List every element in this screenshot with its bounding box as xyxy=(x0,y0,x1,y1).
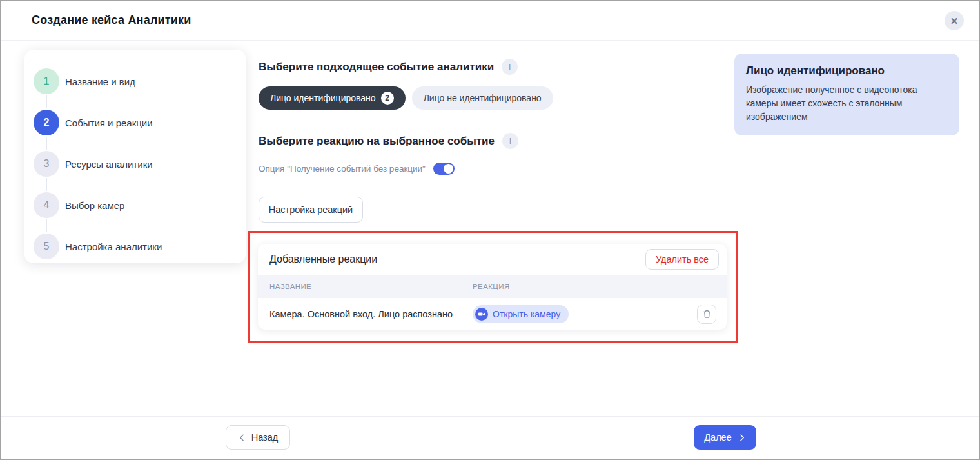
info-icon[interactable]: i xyxy=(502,133,518,149)
no-reaction-toggle[interactable] xyxy=(433,163,455,175)
delete-all-label: Удалить все xyxy=(656,254,709,265)
create-analytics-case-dialog: Создание кейса Аналитики ✕ 1 Название и … xyxy=(0,0,980,460)
next-button-label: Далее xyxy=(704,432,731,443)
stepper-step-camera-selection[interactable]: 4 Выбор камер xyxy=(24,185,246,226)
info-icon-glyph: i xyxy=(509,62,511,72)
step-label: Настройка аналитики xyxy=(65,241,162,252)
reactions-table-header: НАЗВАНИЕ РЕАКЦИЯ xyxy=(258,275,727,298)
stepper-step-analytics-settings[interactable]: 5 Настройка аналитики xyxy=(24,226,246,267)
step-number: 3 xyxy=(34,151,59,177)
annotation-highlight-rectangle: Добавленные реакции Удалить все НАЗВАНИЕ… xyxy=(248,231,738,343)
event-chips: Лицо идентифицировано 2 Лицо не идентифи… xyxy=(259,86,553,110)
close-icon: ✕ xyxy=(950,16,959,26)
no-reaction-option-row: Опция "Получение событий без реакции" xyxy=(259,163,455,175)
toggle-label: Опция "Получение событий без реакции" xyxy=(259,164,426,174)
column-header-name: НАЗВАНИЕ xyxy=(258,283,473,290)
table-row: Камера. Основной вход. Лицо распознано О… xyxy=(258,298,727,330)
back-button-label: Назад xyxy=(251,432,279,443)
step-label: Название и вид xyxy=(65,76,135,87)
chevron-left-icon xyxy=(238,434,246,442)
delete-all-button[interactable]: Удалить все xyxy=(645,249,719,270)
step-number: 5 xyxy=(34,234,59,259)
event-description-text: Изображение полученное с видеопотока кам… xyxy=(746,83,945,124)
info-icon[interactable]: i xyxy=(502,59,518,75)
chip-count-badge: 2 xyxy=(381,92,394,105)
step-label: Выбор камер xyxy=(65,200,124,211)
added-reactions-header: Добавленные реакции Удалить все xyxy=(258,244,727,275)
chip-label: Лицо идентифицировано xyxy=(270,93,376,103)
open-camera-reaction-badge[interactable]: Открыть камеру xyxy=(473,305,569,323)
stepper-step-analytics-resources[interactable]: 3 Ресурсы аналитики xyxy=(24,143,246,185)
step-label: Ресурсы аналитики xyxy=(65,159,153,170)
added-reactions-card: Добавленные реакции Удалить все НАЗВАНИЕ… xyxy=(258,244,727,330)
event-section-title: Выберите подходящее событие аналитики xyxy=(259,61,494,74)
toggle-knob xyxy=(444,164,453,174)
step-number: 4 xyxy=(34,192,59,218)
setup-reactions-button[interactable]: Настройка реакций xyxy=(259,197,363,223)
wizard-stepper: 1 Название и вид 2 События и реакции 3 Р… xyxy=(24,50,246,263)
step-number: 1 xyxy=(34,68,59,94)
chip-face-identified[interactable]: Лицо идентифицировано 2 xyxy=(259,86,406,110)
dialog-footer: Назад Далее xyxy=(1,416,979,459)
dialog-header: Создание кейса Аналитики ✕ xyxy=(1,1,979,41)
stepper-step-events-and-reactions[interactable]: 2 События и реакции xyxy=(24,102,246,143)
chip-face-not-identified[interactable]: Лицо не идентифицировано xyxy=(412,86,553,110)
next-button[interactable]: Далее xyxy=(694,425,756,450)
reaction-section-header: Выберите реакцию на выбранное событие i xyxy=(259,133,518,149)
step-label: События и реакции xyxy=(65,117,153,128)
dialog-title: Создание кейса Аналитики xyxy=(32,14,191,27)
chip-label: Лицо не идентифицировано xyxy=(424,93,542,103)
chevron-right-icon xyxy=(738,434,746,442)
camera-icon xyxy=(475,308,488,321)
added-reactions-title: Добавленные реакции xyxy=(270,254,377,265)
event-description-panel: Лицо идентифицировано Изображение получе… xyxy=(734,54,959,135)
step-number: 2 xyxy=(34,110,59,135)
setup-reactions-label: Настройка реакций xyxy=(269,205,353,215)
info-icon-glyph: i xyxy=(509,136,511,146)
reaction-badge-label: Открыть камеру xyxy=(493,309,560,319)
event-section-header: Выберите подходящее событие аналитики i xyxy=(259,59,518,75)
column-header-reaction: РЕАКЦИЯ xyxy=(473,283,510,290)
close-button[interactable]: ✕ xyxy=(945,11,964,30)
reaction-row-name: Камера. Основной вход. Лицо распознано xyxy=(258,309,473,319)
delete-row-button[interactable] xyxy=(697,305,716,324)
stepper-step-name-and-type[interactable]: 1 Название и вид xyxy=(24,61,246,102)
reaction-section-title: Выберите реакцию на выбранное событие xyxy=(259,135,495,148)
trash-icon xyxy=(702,309,712,319)
event-description-title: Лицо идентифицировано xyxy=(746,65,945,77)
back-button[interactable]: Назад xyxy=(226,425,290,450)
